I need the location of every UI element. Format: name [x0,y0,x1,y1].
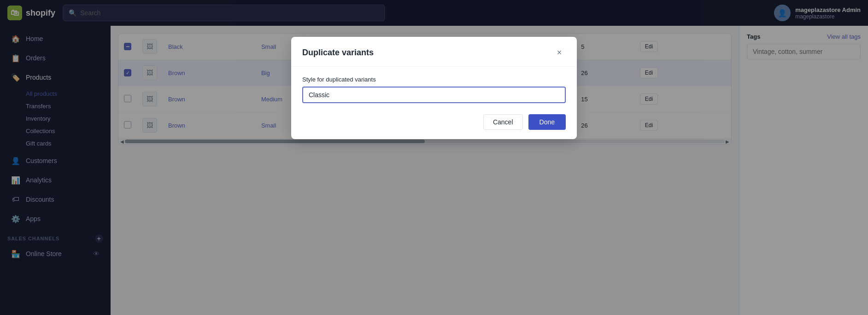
cancel-button[interactable]: Cancel [483,114,523,130]
modal-body: Style for duplicated variants [291,67,577,107]
duplicate-variants-modal: Duplicate variants × Style for duplicate… [291,37,577,139]
done-button[interactable]: Done [528,114,566,130]
modal-close-button[interactable]: × [553,46,566,59]
modal-label: Style for duplicated variants [302,76,566,83]
modal-header: Duplicate variants × [291,37,577,67]
modal-overlay[interactable]: Duplicate variants × Style for duplicate… [0,0,868,315]
modal-footer: Cancel Done [291,107,577,139]
style-input[interactable] [302,87,566,103]
modal-title: Duplicate variants [302,48,374,58]
